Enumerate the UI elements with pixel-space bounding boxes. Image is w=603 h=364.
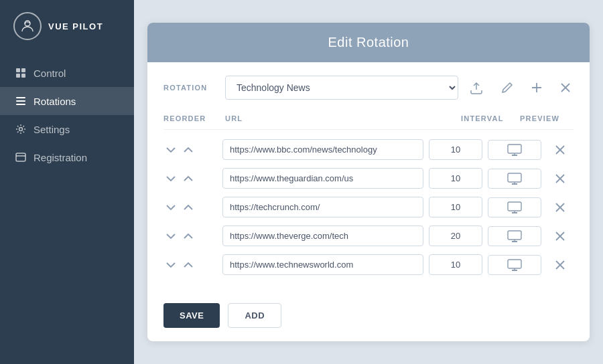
reorder-buttons-0: [163, 145, 217, 155]
sidebar-item-registration[interactable]: Registration: [0, 143, 134, 171]
col-url: URL: [222, 114, 456, 122]
sidebar: VUE PILOT Control Rotat: [0, 0, 134, 364]
reorder-buttons-3: [163, 232, 217, 241]
move-down-button-2[interactable]: [163, 203, 178, 212]
move-up-button-3[interactable]: [181, 232, 196, 241]
preview-button-2[interactable]: [488, 197, 541, 217]
svg-rect-4: [21, 74, 25, 78]
col-preview: PREVIEW: [520, 114, 574, 122]
panel-title: Edit Rotation: [163, 35, 574, 50]
url-input-4[interactable]: [222, 254, 423, 275]
svg-rect-7: [16, 104, 25, 105]
delete-button-2[interactable]: [547, 203, 574, 212]
svg-rect-25: [508, 202, 521, 211]
upload-button[interactable]: [466, 78, 486, 97]
svg-rect-15: [508, 145, 521, 153]
svg-rect-20: [508, 173, 521, 182]
table-row: [163, 164, 574, 193]
list-icon: [15, 95, 27, 107]
svg-point-0: [25, 21, 30, 26]
table-row: [163, 193, 574, 221]
move-up-button-4[interactable]: [181, 260, 196, 270]
url-input-1[interactable]: [222, 168, 423, 189]
delete-button-0[interactable]: [547, 145, 574, 155]
grid-icon: [15, 67, 27, 79]
delete-button-4[interactable]: [547, 260, 574, 270]
move-down-button-1[interactable]: [163, 174, 178, 183]
interval-input-3[interactable]: [429, 225, 482, 246]
preview-button-3[interactable]: [488, 226, 541, 246]
sidebar-item-registration-label: Registration: [34, 152, 87, 163]
sidebar-item-settings[interactable]: Settings: [0, 115, 134, 143]
edit-rotation-panel: Edit Rotation ROTATION Technology News: [147, 23, 590, 341]
logo-area: VUE PILOT: [0, 0, 134, 52]
panel-header: Edit Rotation: [147, 23, 590, 62]
table-row: [163, 221, 574, 250]
svg-rect-1: [16, 68, 20, 72]
col-reorder: REORDER: [163, 114, 217, 122]
preview-button-1[interactable]: [488, 169, 541, 189]
svg-rect-9: [16, 153, 25, 161]
interval-input-1[interactable]: [429, 168, 482, 189]
svg-rect-6: [16, 100, 25, 102]
table-header: REORDER URL INTERVAL PREVIEW: [163, 112, 574, 130]
rotation-select[interactable]: Technology News: [225, 76, 458, 100]
edit-button[interactable]: [498, 79, 516, 96]
url-input-2[interactable]: [222, 197, 423, 217]
panel-body: ROTATION Technology News: [147, 62, 590, 292]
move-down-button-3[interactable]: [163, 232, 178, 241]
save-button[interactable]: SAVE: [163, 303, 220, 328]
rotation-toolbar: [466, 78, 574, 97]
svg-rect-2: [21, 68, 25, 72]
interval-input-0[interactable]: [429, 139, 482, 160]
move-down-button-0[interactable]: [163, 145, 178, 155]
sidebar-item-rotations[interactable]: Rotations: [0, 87, 134, 115]
rotation-field-label: ROTATION: [163, 84, 217, 92]
sidebar-item-rotations-label: Rotations: [34, 96, 76, 107]
panel-footer: SAVE ADD: [147, 292, 590, 341]
url-input-3[interactable]: [222, 225, 423, 246]
url-input-0[interactable]: [222, 139, 423, 160]
nav-menu: Control Rotations Settings: [0, 52, 134, 178]
rotation-selector-row: ROTATION Technology News: [163, 76, 574, 100]
svg-rect-3: [16, 74, 20, 78]
svg-rect-30: [508, 231, 521, 240]
move-up-button-0[interactable]: [181, 145, 196, 155]
reorder-buttons-1: [163, 174, 217, 183]
card-icon: [15, 151, 27, 163]
gear-icon: [15, 123, 27, 135]
move-up-button-2[interactable]: [181, 203, 196, 212]
reorder-buttons-4: [163, 260, 217, 270]
delete-button-1[interactable]: [547, 174, 574, 183]
col-interval: INTERVAL: [461, 114, 515, 122]
close-rotation-button[interactable]: [557, 80, 574, 96]
table-row: [163, 135, 574, 164]
svg-rect-35: [508, 260, 521, 268]
svg-point-8: [19, 128, 23, 131]
sidebar-item-control[interactable]: Control: [0, 59, 134, 87]
move-down-button-4[interactable]: [163, 260, 178, 270]
interval-input-4[interactable]: [429, 254, 482, 275]
reorder-buttons-2: [163, 203, 217, 212]
table-rows-container: [163, 135, 574, 279]
delete-button-3[interactable]: [547, 232, 574, 241]
interval-input-2[interactable]: [429, 197, 482, 217]
app-name: VUE PILOT: [48, 21, 103, 31]
svg-rect-5: [16, 97, 25, 98]
sidebar-item-settings-label: Settings: [34, 124, 70, 135]
logo-icon: [13, 12, 42, 40]
sidebar-item-control-label: Control: [34, 68, 66, 79]
table-row: [163, 250, 574, 279]
main-content: Edit Rotation ROTATION Technology News: [134, 0, 603, 364]
move-up-button-1[interactable]: [181, 174, 196, 183]
add-rotation-button[interactable]: [528, 79, 545, 96]
add-button[interactable]: ADD: [228, 303, 281, 328]
preview-button-0[interactable]: [488, 140, 541, 160]
preview-button-4[interactable]: [488, 255, 541, 275]
